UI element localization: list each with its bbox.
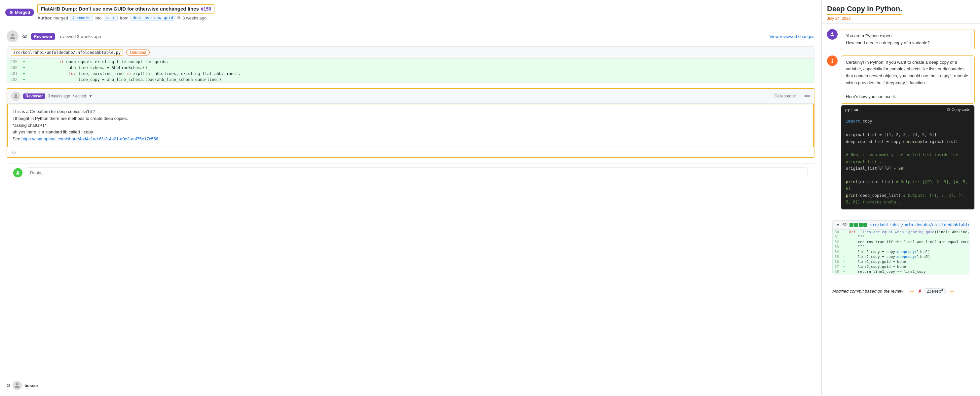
assistant-content: Certainly! In Python, if you want to cre…	[841, 56, 975, 210]
bottom-file-path[interactable]: src/kohlrahbi/unfoldedahb/unfoldedahbtab…	[870, 223, 969, 227]
comment-reviewer-badge: Reviewer	[23, 94, 45, 99]
svg-point-7	[832, 59, 833, 60]
svg-point-6	[831, 32, 833, 34]
code-line	[846, 145, 970, 152]
comment-body: This is a C# pattern for deep copies isn…	[7, 104, 814, 147]
bottom-area: besser	[0, 182, 821, 396]
left-panel: ⊗ Merged FlatAHB Dump: Don't use new GUI…	[0, 0, 821, 396]
sq3	[859, 223, 863, 227]
chat-header: Deep Copy in Python. July 24, 2023	[822, 0, 980, 24]
code-line: original_list[0][0] = 99	[846, 165, 970, 172]
comment-edited: • edited	[73, 94, 86, 99]
chat-messages: You are a Python expert.How can I create…	[822, 24, 980, 396]
collaborator-badge: Collaborator	[771, 93, 800, 99]
outdated-badge: Outdated	[126, 49, 150, 56]
pr-time: 3 weeks ago	[182, 16, 207, 21]
table-row: 37 + line2_copy.guid = None	[833, 264, 969, 269]
assistant-avatar	[827, 56, 838, 66]
chat-title: Deep Copy in Python.	[827, 5, 902, 15]
commit-hash-row: Modified commit based on the review → ✗ …	[827, 285, 975, 297]
reply-box	[6, 163, 815, 182]
comment-line-3: *asking chatGPT*	[13, 122, 808, 129]
code-line: deep_copied_list = copy.deepcopy(origina…	[846, 138, 970, 145]
pr-from: from	[119, 16, 128, 21]
table-row: 30 + def _lines_are_equal_when_ignoring_…	[833, 229, 969, 234]
reply-input[interactable]	[26, 167, 808, 178]
comment-link[interactable]: https://chat.openai.com/share/4ad4c1ad-6…	[21, 137, 158, 142]
chat-date: July 24, 2023	[827, 16, 975, 21]
main-layout: ⊗ Merged FlatAHB Dump: Don't use new GUI…	[0, 0, 980, 396]
right-panel: Deep Copy in Python. July 24, 2023 You a…	[821, 0, 980, 396]
code-lang-label: python	[845, 107, 859, 112]
chat-message-assistant: Certainly! In Python, if you want to cre…	[827, 56, 975, 210]
copy-code-label: Copy code	[951, 107, 970, 112]
code-line	[846, 172, 970, 179]
view-reviewed-btn[interactable]: View reviewed changes	[770, 34, 815, 39]
comment-line-1: This is a C# pattern for deep copies isn…	[13, 108, 808, 115]
table-row: 35 + line2_copy = copy.deepcopy(line2)	[833, 254, 969, 259]
svg-point-5	[16, 383, 18, 385]
pr-title-row: FlatAHB Dump: Don't use new GUID for oth…	[37, 4, 215, 14]
bottom-diff-table: 30 + def _lines_are_equal_when_ignoring_…	[833, 229, 969, 274]
reply-avatar	[13, 168, 22, 177]
comment-time: 3 weeks ago	[48, 94, 70, 99]
chevron-down-icon[interactable]: ▼	[89, 94, 92, 99]
pr-branch-main[interactable]: main	[104, 15, 118, 21]
file-diff: src/kohlrahbi/unfoldedahb/unfoldedahbtab…	[6, 46, 815, 83]
comment-header: Reviewer 3 weeks ago • edited ▼ Collabor…	[7, 89, 814, 104]
table-row: 38 + return line1_copy == line2_copy	[833, 269, 969, 274]
emoji-button[interactable]: ☺	[11, 149, 16, 155]
assistant-bubble: Certainly! In Python, if you want to cre…	[841, 56, 975, 104]
pr-merge-info: merged	[54, 16, 68, 21]
review-section: Reviewer reviewed 3 weeks ago View revie…	[0, 25, 821, 182]
code-block-header: python ⧉ Copy code	[841, 105, 974, 114]
code-block-body: import copy original_list = [[1, 2, 3], …	[841, 114, 974, 209]
comment-avatar	[11, 91, 21, 101]
pr-author: Author	[37, 16, 51, 21]
code-line: original_list = [[1, 2, 3], [4, 5, 6]]	[846, 132, 970, 138]
expand-icon[interactable]: ▼	[836, 223, 840, 227]
pr-branch-source[interactable]: dont-use-new-guid	[130, 15, 175, 21]
copy-code-btn[interactable]: ⧉ Copy code	[947, 107, 970, 112]
more-options-icon[interactable]: •••	[804, 93, 810, 99]
arrow-right-icon: →	[908, 287, 915, 295]
comment-line-4: ah yes there is a standard lib called co…	[13, 129, 808, 136]
table-row: 300 + ahb_line_schema = AhbLineSchema()	[7, 65, 814, 71]
svg-point-0	[11, 34, 14, 37]
diff-table: 299 + if dump_equals_existing_file_excep…	[7, 59, 814, 83]
svg-rect-8	[832, 61, 833, 63]
file-path: src/kohlrahbi/unfoldedahb/unfoldedahbtab…	[11, 49, 123, 56]
pr-meta: Author merged 4 commits into main from d…	[37, 15, 215, 21]
svg-point-1	[22, 35, 27, 38]
author-avatar	[13, 381, 22, 390]
file-diff-header: src/kohlrahbi/unfoldedahb/unfoldedahbtab…	[7, 46, 814, 59]
pr-commits: 4 commits	[70, 15, 93, 21]
bottom-file-diff: ▼ 52 src/kohlrahbi/unfoldedahb/unfoldeda…	[832, 220, 969, 274]
green-squares	[850, 223, 867, 227]
commit-row: besser	[0, 378, 821, 393]
pr-number: #158	[201, 6, 211, 11]
merge-icon: ⊗	[9, 10, 13, 15]
svg-point-4	[17, 171, 19, 173]
eye-icon[interactable]	[22, 33, 28, 39]
user-message-text: You are a Python expert.How can I create…	[846, 33, 930, 45]
bottom-diff-header: ▼ 52 src/kohlrahbi/unfoldedahb/unfoldeda…	[833, 221, 969, 229]
reviewer-meta: reviewed 3 weeks ago	[59, 34, 101, 39]
comment-line-5: See https://chat.openai.com/share/4ad4c1…	[13, 136, 808, 143]
commit-section: besser	[0, 378, 821, 393]
code-line	[846, 125, 970, 132]
table-row: 301 + for line, existing_line in zip(fla…	[7, 71, 814, 76]
sq2	[854, 223, 858, 227]
pr-into: into	[95, 16, 102, 21]
chat-message-user: You are a Python expert.How can I create…	[827, 29, 975, 50]
arrow-right-icon2: →	[948, 287, 955, 295]
table-row: 34 + line1_copy = copy.deepcopy(line1)	[833, 250, 969, 254]
comment-block: Reviewer 3 weeks ago • edited ▼ Collabor…	[6, 88, 815, 158]
table-row: 33 + """	[833, 244, 969, 250]
pr-title: FlatAHB Dump: Don't use new GUID for oth…	[41, 6, 199, 11]
merged-badge: ⊗ Merged	[5, 9, 34, 16]
table-row: 32 + returns true iff the line1 and line…	[833, 239, 969, 244]
commit-hash: 23e4ecf	[924, 288, 946, 294]
svg-point-3	[15, 94, 17, 96]
copy-icon[interactable]: ⧉	[177, 15, 180, 21]
